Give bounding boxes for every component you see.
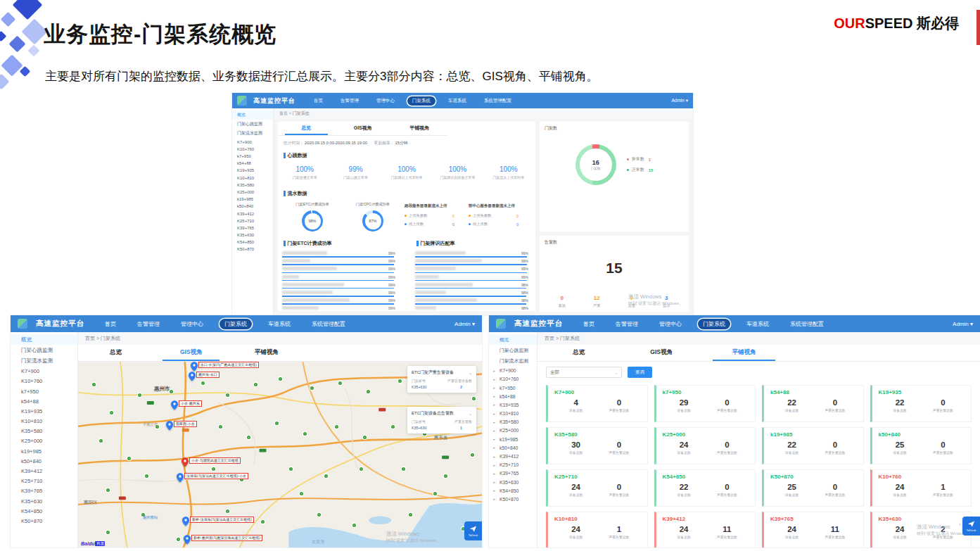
nav-item-车道系统[interactable]: 车道系统 <box>443 96 471 106</box>
gantry-pin-normal[interactable]: 小金-惠州东 <box>171 400 202 410</box>
breadcrumb-home[interactable]: 首页 <box>85 336 95 341</box>
sidebar-item[interactable]: K35+580 <box>11 426 77 436</box>
gantry-card-K39+412[interactable]: K39+41224设备总数11严重告警总数 <box>654 512 756 547</box>
nav-item-首页[interactable]: 首页 <box>309 96 328 106</box>
gantry-card-K35+580[interactable]: K35+58030设备总数0严重告警总数 <box>546 427 648 464</box>
sidebar-item[interactable]: K35+580 <box>232 182 273 189</box>
sidebar-item[interactable]: K35+630 <box>11 496 77 506</box>
todesk-button[interactable]: ToDesk <box>464 521 482 540</box>
gantry-card-K25+000[interactable]: K25+00024设备总数0严重告警总数 <box>654 427 756 464</box>
gantry-pin-normal[interactable]: 水口-长深(与广惠高速立交汇出枢纽) <box>191 362 259 372</box>
sidebar-item[interactable]: K54+850▸ <box>489 486 537 495</box>
admin-menu[interactable]: Admin ▾ <box>454 321 475 327</box>
query-button[interactable]: 查询 <box>628 367 652 378</box>
nav-item-首页[interactable]: 首页 <box>100 319 121 329</box>
sidebar-item[interactable]: k50+840 <box>232 203 273 210</box>
tab-总览[interactable]: 总览 <box>278 122 335 135</box>
nav-item-管理中心[interactable]: 管理中心 <box>176 319 208 329</box>
nav-item-系统管理配置[interactable]: 系统管理配置 <box>479 96 516 106</box>
sidebar-item[interactable]: 门架流水监测 <box>11 355 77 366</box>
sidebar-item[interactable]: K39+412 <box>232 210 273 217</box>
gantry-card-k50+840[interactable]: k50+84025设备总数0严重告警总数 <box>870 427 972 464</box>
gantry-pin-normal[interactable]: 惠州东-水口 <box>189 372 219 381</box>
sidebar-item[interactable]: k7+950 <box>11 386 77 396</box>
nav-item-门架系统[interactable]: 门架系统 <box>698 319 730 329</box>
sidebar-item[interactable]: K10+760 <box>11 376 77 386</box>
gantry-card-K39+765[interactable]: K39+76524设备总数11严重告警总数 <box>762 512 864 547</box>
sidebar-item[interactable]: K25+710▸ <box>489 461 537 469</box>
nav-item-首页[interactable]: 首页 <box>578 319 599 329</box>
sidebar-item[interactable]: K39+765▸ <box>489 469 537 478</box>
nav-item-系统管理配置[interactable]: 系统管理配置 <box>307 319 350 329</box>
sidebar-item[interactable]: k50+840 <box>11 456 77 466</box>
sidebar-item[interactable]: k19+985▸ <box>489 435 537 443</box>
sidebar-item[interactable]: K19+935 <box>232 167 273 174</box>
sidebar-item[interactable]: k54+88 <box>11 396 77 406</box>
sidebar-item[interactable]: 门架流水监测 <box>489 355 537 366</box>
tab-GIS视角[interactable]: GIS视角 <box>620 345 702 361</box>
nav-item-告警管理[interactable]: 告警管理 <box>611 319 643 329</box>
breadcrumb-home[interactable]: 首页 <box>279 111 288 115</box>
gantry-pin-normal[interactable]: 新桥-惠州港(与惠深沿海高速立交汇出枢纽) <box>184 535 262 545</box>
gantry-pin-normal[interactable]: 翡翠园-小金 <box>166 421 197 431</box>
sidebar-item[interactable]: K25+710 <box>232 217 273 224</box>
gantry-card-K10+810[interactable]: K10+81024设备总数1严重告警总数 <box>546 512 648 547</box>
gantry-card-K7+900[interactable]: K7+9004设备总数0严重告警总数 <box>546 385 648 422</box>
sidebar-item[interactable]: 概览 <box>232 110 273 120</box>
sidebar-item[interactable]: 门架心跳监测 <box>232 120 273 129</box>
sidebar-item[interactable]: K7+900▸ <box>489 367 537 375</box>
admin-menu[interactable]: Admin ▾ <box>672 98 689 103</box>
sidebar-item[interactable]: K19+935▸ <box>489 400 537 409</box>
tab-平铺视角[interactable]: 平铺视角 <box>391 122 448 135</box>
gantry-pin-normal[interactable]: 汝湖东(与深汕高速立交汇出枢纽)-小金 <box>177 473 248 483</box>
breadcrumb-home[interactable]: 首页 <box>545 336 554 341</box>
sidebar-item[interactable]: K25+710 <box>11 476 77 486</box>
gantry-pin-normal[interactable]: 新桥-汝湖东(与深汕高速立交汇出枢纽) <box>182 517 254 526</box>
sidebar-item[interactable]: K10+760 <box>232 146 273 153</box>
sidebar-item[interactable]: K7+900 <box>232 139 273 146</box>
sidebar-item[interactable]: K39+765 <box>232 224 273 232</box>
sidebar-item[interactable]: k7+950 <box>232 153 273 160</box>
nav-item-系统管理配置[interactable]: 系统管理配置 <box>785 319 829 329</box>
sidebar-item[interactable]: 概览 <box>11 334 77 345</box>
panel-data-row[interactable]: K35+6301 <box>412 426 472 430</box>
sidebar-item[interactable]: k19+985 <box>232 196 273 203</box>
gantry-card-k7+950[interactable]: k7+95029设备总数0严重告警总数 <box>654 385 756 422</box>
gantry-card-K25+710[interactable]: K25+71024设备总数0严重告警总数 <box>546 469 648 507</box>
sidebar-item[interactable]: k54+88▸ <box>489 392 537 400</box>
gantry-card-k19+985[interactable]: k19+98522设备总数0严重告警总数 <box>762 427 864 464</box>
nav-item-车道系统[interactable]: 车道系统 <box>263 319 295 329</box>
sidebar-item[interactable]: K54+850 <box>11 506 77 516</box>
gantry-filter-select[interactable]: 全部⌄ <box>546 367 622 378</box>
sidebar-item[interactable]: K35+630▸ <box>489 478 537 486</box>
tab-平铺视角[interactable]: 平铺视角 <box>229 345 304 361</box>
tab-GIS视角[interactable]: GIS视角 <box>153 345 229 361</box>
sidebar-item[interactable]: K50+870 <box>11 516 77 526</box>
tab-平铺视角[interactable]: 平铺视角 <box>703 345 785 361</box>
sidebar-item[interactable]: K35+580▸ <box>489 418 537 426</box>
sidebar-item[interactable]: k19+985 <box>11 446 77 456</box>
nav-item-管理中心[interactable]: 管理中心 <box>371 96 400 106</box>
sidebar-item[interactable]: 门架心跳监测 <box>11 345 77 355</box>
sidebar-item[interactable]: 门架心跳监测 <box>489 345 537 355</box>
chevron-down-icon[interactable]: ⌄ <box>469 411 472 416</box>
sidebar-item[interactable]: K54+850 <box>232 239 273 246</box>
sidebar-item[interactable]: K19+935 <box>11 406 77 416</box>
sidebar-item[interactable]: K35+630 <box>232 232 273 239</box>
admin-menu[interactable]: Admin ▾ <box>953 321 973 327</box>
sidebar-item[interactable]: k54+88 <box>232 160 273 167</box>
sidebar-item[interactable]: K10+810 <box>11 417 77 426</box>
sidebar-item[interactable]: K25+000 <box>232 189 273 196</box>
sidebar-item[interactable]: k7+950▸ <box>489 384 537 392</box>
gantry-card-K54+850[interactable]: K54+85022设备总数0严重告警总数 <box>654 469 756 507</box>
sidebar-item[interactable]: K25+000 <box>11 436 77 446</box>
sidebar-item[interactable]: K39+765 <box>11 486 77 496</box>
nav-item-告警管理[interactable]: 告警管理 <box>336 96 364 106</box>
sidebar-item[interactable]: 概览 <box>489 334 537 345</box>
sidebar-item[interactable]: K39+412 <box>11 466 77 476</box>
panel-data-row[interactable]: K35+6302 <box>412 385 472 389</box>
sidebar-item[interactable]: 门架流水监测 <box>232 129 273 138</box>
nav-item-门架系统[interactable]: 门架系统 <box>219 319 252 329</box>
sidebar-item[interactable]: K39+412▸ <box>489 452 537 460</box>
nav-item-告警管理[interactable]: 告警管理 <box>132 319 165 329</box>
